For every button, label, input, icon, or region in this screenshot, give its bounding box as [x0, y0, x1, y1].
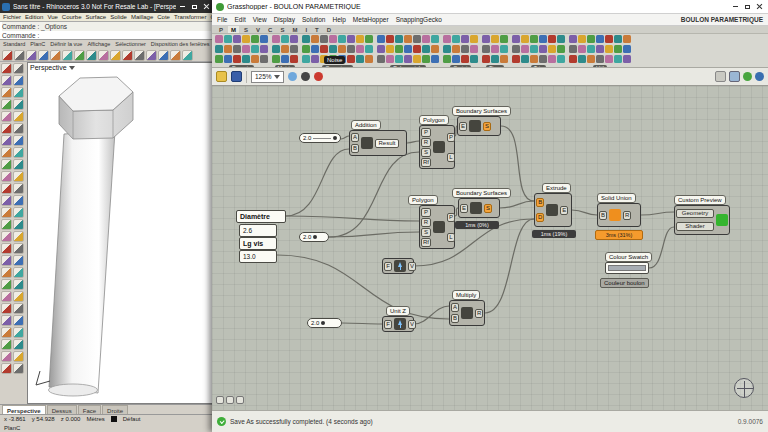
- ribbon-icon[interactable]: [605, 55, 613, 63]
- ribbon-icon[interactable]: [347, 35, 355, 43]
- ribbon-icon[interactable]: [329, 35, 337, 43]
- tool-icon[interactable]: [1, 315, 12, 326]
- ribbon-icon[interactable]: [530, 55, 538, 63]
- ribbon-icon[interactable]: [365, 35, 373, 43]
- tool-icon[interactable]: [13, 219, 24, 230]
- rhino-view-tab-perspective[interactable]: Perspective: [2, 405, 46, 414]
- ribbon-icon[interactable]: [431, 35, 439, 43]
- rhino-menu-surface[interactable]: Surface: [86, 13, 107, 21]
- tool-icon[interactable]: [13, 243, 24, 254]
- gh-node-multiply[interactable]: A B R: [449, 300, 485, 326]
- tool-icon[interactable]: [1, 351, 12, 362]
- input-F[interactable]: F: [384, 262, 392, 271]
- ribbon-icon[interactable]: [614, 55, 622, 63]
- tool-icon[interactable]: [1, 75, 12, 86]
- tool-icon[interactable]: [13, 267, 24, 278]
- rhino-menu-edition[interactable]: Edition: [25, 13, 43, 21]
- gh-node-boundary2[interactable]: E S: [458, 198, 500, 218]
- ribbon-icon[interactable]: [233, 35, 241, 43]
- gh-node-panel-lgvis-value[interactable]: 13.0: [239, 250, 277, 263]
- ribbon-icon[interactable]: [587, 45, 595, 53]
- ribbon-icon[interactable]: [452, 45, 460, 53]
- input-shader[interactable]: Shader: [676, 222, 714, 231]
- ribbon-icon[interactable]: [422, 35, 430, 43]
- gh-tab-m-1[interactable]: M: [228, 26, 239, 33]
- ribbon-icon[interactable]: [242, 35, 250, 43]
- tool-icon[interactable]: [98, 50, 109, 61]
- rhino-close-button[interactable]: [202, 2, 211, 11]
- ribbon-icon[interactable]: [623, 55, 631, 63]
- tool-icon[interactable]: [1, 267, 12, 278]
- output-L[interactable]: L: [447, 233, 455, 242]
- ribbon-icon[interactable]: [521, 55, 529, 63]
- ribbon-icon[interactable]: [233, 55, 241, 63]
- tool-icon[interactable]: [13, 147, 24, 158]
- gh-tab-t-8[interactable]: T: [312, 26, 322, 33]
- ribbon-icon[interactable]: [329, 45, 337, 53]
- tool-icon[interactable]: [1, 159, 12, 170]
- slider-knob[interactable]: [321, 321, 325, 325]
- gh-node-unit-z-1[interactable]: F V: [382, 258, 414, 274]
- ribbon-group-label-matrix[interactable]: Matrix: [275, 65, 296, 68]
- ribbon-icon[interactable]: [320, 45, 328, 53]
- ribbon-icon[interactable]: [215, 55, 223, 63]
- ribbon-icon[interactable]: [452, 35, 460, 43]
- tool-icon[interactable]: [146, 50, 157, 61]
- tool-icon[interactable]: [1, 327, 12, 338]
- preview-shaded-icon[interactable]: [301, 72, 310, 81]
- output-V[interactable]: V: [408, 262, 416, 271]
- ribbon-icon[interactable]: [338, 35, 346, 43]
- ribbon-icon[interactable]: [242, 45, 250, 53]
- ribbon-icon[interactable]: [512, 35, 520, 43]
- tool-icon[interactable]: [1, 135, 12, 146]
- tool-icon[interactable]: [170, 50, 181, 61]
- ribbon-icon[interactable]: [557, 45, 565, 53]
- input-S[interactable]: S: [421, 148, 431, 157]
- rhino-titlebar[interactable]: Sans titre - Rhinoceros 3.0 Not For Resa…: [0, 0, 213, 13]
- rhino-menu-maillage[interactable]: Maillage: [131, 13, 153, 21]
- input-F[interactable]: F: [384, 320, 392, 329]
- ribbon-icon[interactable]: [500, 45, 508, 53]
- rhino-command-prompt[interactable]: Commande :: [2, 31, 211, 40]
- rhino-menu-courbe[interactable]: Courbe: [62, 13, 82, 21]
- ribbon-icon[interactable]: [290, 45, 298, 53]
- gh-tab-s-5[interactable]: S: [277, 26, 287, 33]
- input-Rf[interactable]: Rf: [421, 238, 431, 247]
- ribbon-icon[interactable]: [404, 55, 412, 63]
- input-A[interactable]: A: [351, 133, 359, 142]
- rhino-menu-vue[interactable]: Vue: [47, 13, 57, 21]
- ribbon-group-label-time[interactable]: Time: [486, 65, 504, 68]
- input-R[interactable]: R: [421, 138, 431, 147]
- gh-tab-p-0[interactable]: P: [216, 26, 226, 33]
- gh-menu-metahopper[interactable]: MetaHopper: [353, 16, 389, 23]
- ribbon-group-label-domain[interactable]: Domain: [229, 65, 254, 68]
- ribbon-group-label-script[interactable]: Script: [450, 65, 470, 68]
- tool-icon[interactable]: [1, 183, 12, 194]
- gh-menu-snappinggecko[interactable]: SnappingGecko: [396, 16, 442, 23]
- status-layer[interactable]: Défaut: [123, 415, 141, 424]
- input-S[interactable]: S: [421, 228, 431, 237]
- status-cplane[interactable]: PlanC: [4, 424, 20, 432]
- ribbon-icon[interactable]: [470, 45, 478, 53]
- ribbon-icon[interactable]: [356, 55, 364, 63]
- rhino-menu-solide[interactable]: Solide: [110, 13, 127, 21]
- input-Rf[interactable]: Rf: [421, 158, 431, 167]
- ribbon-icon[interactable]: [224, 35, 232, 43]
- input-P[interactable]: P: [421, 208, 431, 217]
- ribbon-icon[interactable]: [587, 55, 595, 63]
- gh-menu-view[interactable]: View: [253, 16, 267, 23]
- ribbon-icon[interactable]: [569, 35, 577, 43]
- ribbon-icon[interactable]: [251, 45, 259, 53]
- ribbon-icon[interactable]: [302, 55, 310, 63]
- green-planet-icon[interactable]: [743, 72, 752, 81]
- ribbon-icon[interactable]: [290, 55, 298, 63]
- tool-icon[interactable]: [13, 279, 24, 290]
- tool-icon[interactable]: [1, 147, 12, 158]
- input-R[interactable]: R: [421, 218, 431, 227]
- ribbon-icon[interactable]: [521, 35, 529, 43]
- tool-icon[interactable]: [38, 50, 49, 61]
- input-B[interactable]: B: [351, 144, 359, 153]
- input-D[interactable]: D: [536, 213, 544, 222]
- ribbon-icon[interactable]: [311, 55, 319, 63]
- ribbon-icon[interactable]: [587, 35, 595, 43]
